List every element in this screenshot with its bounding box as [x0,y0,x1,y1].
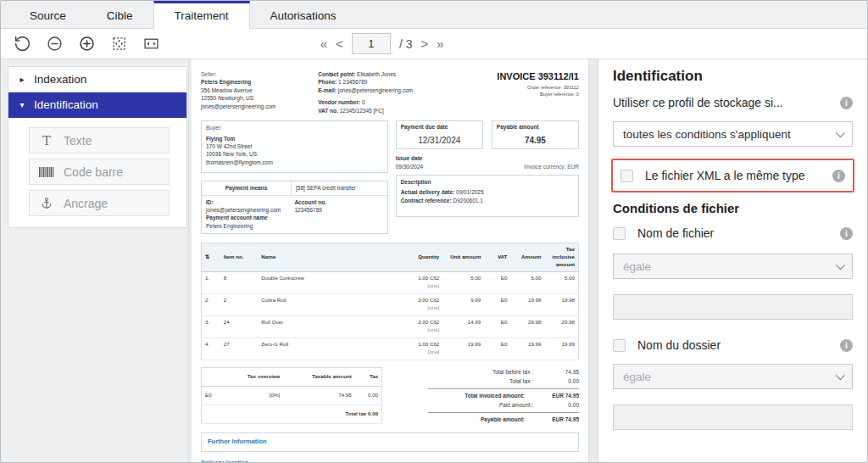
filename-operator-select[interactable]: égale [613,254,853,279]
item-amount: 5.00 [510,272,544,294]
total-tax: 0.00 [543,377,579,385]
file-conditions-heading: Conditions de fichier [613,201,853,215]
seller-name: Peters Engineering [201,78,318,86]
tab-bar: Source Cible Traitement Autorisations [1,1,867,29]
document-preview[interactable]: Seller: Peters Engineering 356 Meadow Av… [192,59,589,463]
payable-amount-value: 74.95 [497,135,574,148]
tab-cible[interactable]: Cible [86,1,153,28]
item-tax-incl: 5.00 [544,272,578,294]
col-amount: Amount [510,243,544,272]
rotate-button[interactable] [9,31,36,57]
fit-width-button[interactable] [138,31,164,57]
barcode-tool-button[interactable]: Code barre [29,159,170,185]
zoom-out-button[interactable] [42,31,68,57]
payment-means-label: Payment means [202,181,291,194]
item-qty: 2.00 C62[one] [398,316,442,338]
tax-pct: [0%] [222,387,283,405]
email-value: jones@petersengineering.com [338,87,413,93]
table-row: 1. 8 Double Corkscrew 1.00 C62[one] 5.00… [202,272,579,294]
col-unit-amount: Unit amount [442,243,484,272]
fit-page-button[interactable] [106,31,132,57]
sidebar-section-identification[interactable]: ▾ Identification [8,92,186,118]
paid-amount: 0.00 [543,401,579,409]
fit-width-icon [142,35,160,53]
text-tool-button[interactable]: T Texte [29,127,170,153]
tab-autorisations[interactable]: Autorisations [250,1,357,28]
vendor-value: 0 [362,99,365,105]
item-name: Roll Over [258,316,398,338]
description-box: Description Actual delivery date: 09/01/… [396,175,579,217]
xml-rule-label: Le fichier XML a le même type [645,169,805,182]
item-no: 2 [220,294,259,316]
buyer-email: thomasrein@flyingtom.com [206,159,383,166]
buyer-ref: 0 [576,92,579,97]
storage-profile-label: Utiliser ce profil de stockage si... [613,96,783,109]
fit-page-icon [110,35,128,53]
further-information-box: Further Information [201,432,579,452]
item-vat: E0 [484,272,510,294]
col-quantity: Quantity [398,243,442,272]
tax-overview-header: Tax overview [222,368,283,387]
folder-operator-select[interactable]: égale [613,364,853,389]
filename-value-input[interactable] [613,294,853,320]
buyer-address: 170 W 42nd Street [206,142,383,150]
item-no: 8 [220,272,259,294]
info-icon[interactable] [840,97,853,109]
sidebar-section-indexation[interactable]: ▸ Indexation [8,67,186,92]
col-vat: VAT [484,243,510,272]
prev-page-button[interactable]: < [336,36,343,51]
folder-value-input[interactable] [613,404,853,430]
account-no-value: 123456789 [294,206,382,214]
payable-total-label: Payable amount: [481,416,525,423]
sort-icon[interactable]: ⇅ [202,243,220,272]
filename-label: Nom de fichier [637,226,714,240]
chevron-down-icon [836,260,845,270]
next-page-button[interactable]: > [420,36,428,51]
item-unit-amount: 5.00 [442,272,484,294]
zoom-in-icon [78,35,96,53]
page-navigation: « < 1 / 3 > » [320,33,444,54]
folder-checkbox[interactable] [613,339,626,352]
rotate-ccw-icon [14,35,31,53]
item-vat: E0 [484,316,510,338]
tab-traitement[interactable]: Traitement [153,1,250,29]
first-page-button[interactable]: « [320,36,327,51]
xml-rule-checkbox[interactable] [620,170,633,182]
tax-amount: 0.00 [355,387,382,405]
page-number-input[interactable]: 1 [352,33,391,54]
anchor-tool-button[interactable]: Ancrage [29,190,170,216]
page-total-label: / 3 [399,37,413,51]
payable-total: EUR 74.95 [535,416,579,423]
tool-label: Code barre [64,165,123,179]
buyer-box: Buyer: Flying Tom 170 W 42nd Street 1003… [201,120,388,173]
zoom-in-button[interactable] [74,31,100,57]
total-invoiced-label: Total invoiced amount: [465,392,525,399]
invoice-parties-row: Buyer: Flying Tom 170 W 42nd Street 1003… [201,120,579,234]
tools-accordion: ▸ Indexation ▾ Identification T Texte Co… [8,66,187,228]
last-page-button[interactable]: » [437,36,443,51]
buyer-address: 10036 New York, US [206,150,383,158]
buyer-name: Flying Tom [206,135,383,142]
identification-tools: T Texte Code barre Ancrage [8,118,186,227]
info-icon[interactable] [840,339,853,352]
item-tax-incl: 19.99 [544,338,578,360]
info-icon[interactable] [832,170,845,182]
item-name: Zero-G Roll [258,338,398,360]
contact-value: Elisabeth Jones [357,71,396,77]
email-label: E-mail: [318,87,337,93]
col-name: Name [258,243,398,272]
paid-amount-label: Paid amount:: [499,401,533,409]
left-sidebar: ▸ Indexation ▾ Identification T Texte Co… [1,59,189,463]
xml-rule-highlight: Le fichier XML a le même type [611,159,854,192]
delivery-location-heading: Delivery location [201,459,579,463]
item-tax-incl: 19.98 [544,294,578,316]
item-unit-amount: 9.99 [442,294,484,316]
row-index: 1. [202,272,220,294]
info-icon[interactable] [840,227,853,240]
total-tax-label: Total tax : [509,377,533,385]
condition-mode-select[interactable]: toutes les conditions s'appliquent [613,121,853,147]
filename-checkbox[interactable] [613,227,626,240]
folder-operator-value: égale [623,371,651,383]
tab-source[interactable]: Source [9,1,86,28]
tool-label: Texte [64,134,92,148]
